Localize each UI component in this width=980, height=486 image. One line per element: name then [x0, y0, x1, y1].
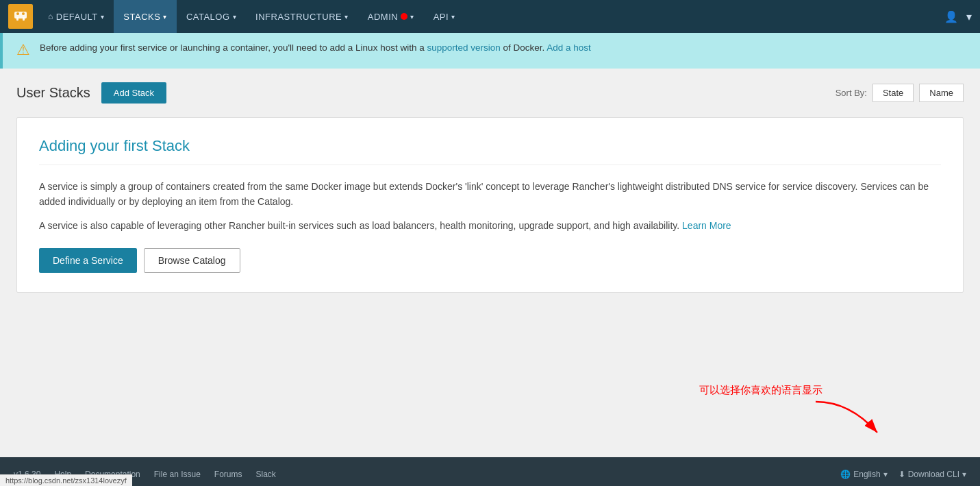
add-stack-button[interactable]: Add Stack [101, 82, 166, 104]
footer-right: 🌐 English ▾ ⬇ Download CLI ▾ [840, 470, 966, 479]
api-caret: ▾ [451, 13, 455, 21]
learn-more-link[interactable]: Learn More [682, 220, 731, 231]
sort-name-button[interactable]: Name [919, 84, 964, 102]
alert-warning-icon: ⚠ [16, 41, 30, 59]
sort-state-button[interactable]: State [872, 84, 914, 102]
catalog-caret: ▾ [233, 13, 237, 21]
stack-card: Adding your first Stack A service is sim… [16, 117, 964, 293]
admin-alert-dot [401, 13, 407, 20]
main-content: User Stacks Add Stack Sort By: State Nam… [0, 69, 980, 457]
download-icon: ⬇ [899, 470, 905, 479]
svg-rect-0 [14, 12, 27, 19]
user-icon[interactable]: 👤 [944, 10, 958, 23]
language-label: English [853, 470, 880, 479]
footer-file-issue-link[interactable]: File an Issue [154, 470, 201, 479]
nav-infrastructure[interactable]: INFRASTRUCTURE ▾ [246, 0, 358, 33]
svg-point-4 [22, 12, 25, 15]
sort-by: Sort By: State Name [835, 84, 964, 102]
infrastructure-caret: ▾ [344, 13, 349, 21]
page-title: User Stacks [16, 85, 90, 101]
download-cli-button[interactable]: ⬇ Download CLI ▾ [899, 470, 966, 479]
alert-text: Before adding your first service or laun… [40, 42, 591, 53]
nav-stacks[interactable]: STACKS ▾ [114, 0, 177, 33]
nav-default[interactable]: ⌂ Default ▾ [38, 0, 114, 33]
app-logo[interactable] [8, 4, 33, 29]
browse-catalog-button[interactable]: Browse Catalog [144, 248, 240, 273]
define-service-button[interactable]: Define a Service [39, 248, 137, 273]
navbar: ⌂ Default ▾ STACKS ▾ CATALOG ▾ INFRASTRU… [0, 0, 980, 33]
nav-right: 👤 ▾ [944, 10, 972, 23]
add-host-link[interactable]: Add a host [546, 42, 591, 53]
lang-caret: ▾ [883, 470, 888, 479]
svg-point-3 [16, 12, 19, 15]
page-header: User Stacks Add Stack Sort By: State Nam… [16, 82, 964, 104]
default-caret: ▾ [101, 13, 105, 21]
stacks-caret: ▾ [163, 13, 167, 21]
alert-banner: ⚠ Before adding your first service or la… [0, 33, 980, 69]
footer-forums-link[interactable]: Forums [214, 470, 242, 479]
home-icon: ⌂ [48, 12, 53, 21]
globe-icon: 🌐 [840, 470, 851, 479]
nav-catalog[interactable]: CATALOG ▾ [177, 0, 246, 33]
url-bar: https://blog.csdn.net/zsx1314lovezyf [0, 474, 132, 486]
card-description-1: A service is simply a group of container… [39, 179, 941, 210]
footer: v1.6.30 Help Documentation File an Issue… [0, 457, 980, 486]
svg-rect-2 [23, 17, 25, 21]
card-description-2: A service is also capable of leveraging … [39, 218, 941, 233]
admin-caret: ▾ [410, 13, 414, 21]
svg-rect-1 [16, 17, 18, 21]
nav-api[interactable]: API ▾ [424, 0, 465, 33]
cli-caret: ▾ [962, 470, 966, 479]
language-selector[interactable]: 🌐 English ▾ [840, 470, 887, 479]
card-actions: Define a Service Browse Catalog [39, 248, 941, 273]
supported-version-link[interactable]: supported version [427, 42, 500, 53]
card-title: Adding your first Stack [39, 137, 941, 165]
footer-slack-link[interactable]: Slack [256, 470, 276, 479]
download-cli-label: Download CLI [908, 470, 959, 479]
nav-expand-icon[interactable]: ▾ [966, 10, 972, 23]
page-header-left: User Stacks Add Stack [16, 82, 166, 104]
nav-admin[interactable]: ADMIN ▾ [358, 0, 424, 33]
nav-items: ⌂ Default ▾ STACKS ▾ CATALOG ▾ INFRASTRU… [38, 0, 944, 33]
